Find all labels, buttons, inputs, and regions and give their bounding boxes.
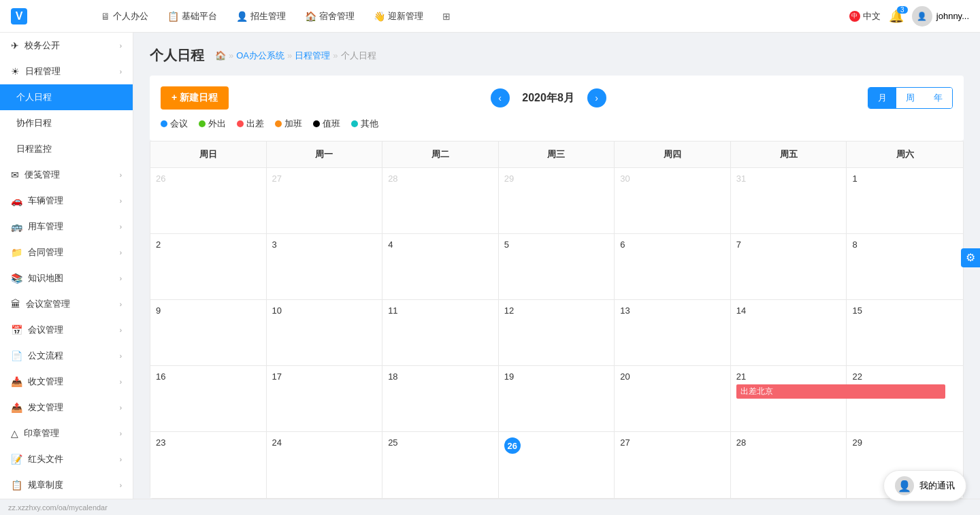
legend-label: 会议 [170, 118, 188, 130]
calendar-day-cell[interactable]: 1 [847, 168, 963, 233]
calendar-day-cell[interactable]: 26 [150, 168, 267, 233]
top-menu-item[interactable]: 🖥个人办公 [93, 6, 157, 27]
sidebar-item-协作日程[interactable]: 协作日程 [0, 110, 133, 136]
top-menu-item[interactable]: 👤招生管理 [228, 6, 294, 27]
top-menu-item[interactable]: 📋基础平台 [159, 6, 225, 27]
day-number: 29 [504, 173, 609, 184]
next-month-button[interactable]: › [587, 88, 606, 107]
calendar-day-cell[interactable]: 28 [382, 168, 499, 233]
calendar-day-cell[interactable]: 22 [847, 366, 963, 431]
legend-label: 外出 [208, 118, 226, 130]
sidebar-icon: 📋 [11, 480, 22, 491]
view-button-月[interactable]: 月 [868, 88, 896, 108]
day-number: 17 [272, 371, 377, 382]
calendar-day-cell[interactable]: 17 [267, 366, 383, 431]
calendar-day-cell[interactable]: 27 [267, 168, 383, 233]
sidebar-item-印章管理[interactable]: △ 印章管理 › [0, 420, 133, 446]
calendar-day-cell[interactable]: 12 [499, 300, 615, 365]
calendar-day-cell[interactable]: 18 [382, 366, 499, 431]
top-navigation: V 🖥个人办公📋基础平台👤招生管理🏠宿舍管理👋迎新管理⊞ 中 中文 🔔 3 👤 … [0, 0, 980, 33]
breadcrumb-home-icon[interactable]: 🏠 [215, 50, 226, 61]
calendar-day-cell[interactable]: 28 [731, 432, 847, 498]
sidebar-item-知识地图[interactable]: 📚 知识地图 › [0, 265, 133, 291]
lang-flag: 中 [849, 11, 860, 22]
calendar-day-cell[interactable]: 14 [731, 300, 847, 365]
day-number: 3 [272, 239, 377, 250]
sidebar-item-合同管理[interactable]: 📁 合同管理 › [0, 239, 133, 265]
calendar-day-cell[interactable]: 16 [150, 366, 267, 431]
sidebar-icon: 📤 [11, 402, 22, 413]
calendar-day-cell[interactable]: 2 [150, 234, 267, 299]
sidebar-item-车辆管理[interactable]: 🚗 车辆管理 › [0, 188, 133, 214]
day-number: 13 [620, 305, 725, 316]
calendar-day-cell[interactable]: 6 [615, 234, 731, 299]
chat-button[interactable]: 👤 我的通讯 [883, 470, 966, 501]
calendar-day-cell[interactable]: 24 [267, 432, 383, 498]
top-menu-item[interactable]: 👋迎新管理 [365, 6, 431, 27]
language-button[interactable]: 中 中文 [849, 10, 881, 22]
day-number: 19 [504, 371, 609, 382]
calendar-day-cell[interactable]: 26 [499, 432, 615, 498]
calendar-day-cell[interactable]: 21出差北京 [731, 366, 847, 431]
legend-dot [199, 120, 206, 127]
top-menu-item[interactable]: 🏠宿舍管理 [297, 6, 363, 27]
top-menu-item[interactable]: ⊞ [434, 7, 461, 26]
sidebar-item-left: 📤 发文管理 [11, 401, 63, 414]
calendar-day-cell[interactable]: 20 [615, 366, 731, 431]
calendar-day-cell[interactable]: 8 [847, 234, 963, 299]
calendar-day-cell[interactable]: 25 [382, 432, 499, 498]
sidebar-item-红头文件[interactable]: 📝 红头文件 › [0, 446, 133, 472]
calendar-day-cell[interactable]: 19 [499, 366, 615, 431]
calendar-day-cell[interactable]: 10 [267, 300, 383, 365]
calendar-day-cell[interactable]: 31 [731, 168, 847, 233]
menu-icon: 👤 [236, 11, 248, 22]
calendar-day-cell[interactable]: 15 [847, 300, 963, 365]
sidebar-label: 协作日程 [16, 117, 52, 129]
menu-label: 招生管理 [250, 10, 286, 22]
calendar-day-cell[interactable]: 5 [499, 234, 615, 299]
logo[interactable]: V [11, 8, 93, 24]
sidebar-item-便笺管理[interactable]: ✉ 便笺管理 › [0, 162, 133, 188]
sidebar-item-收文管理[interactable]: 📥 收文管理 › [0, 369, 133, 395]
sidebar-item-个人日程[interactable]: 个人日程 [0, 84, 133, 110]
calendar-day-cell[interactable]: 11 [382, 300, 499, 365]
sidebar-item-公文流程[interactable]: 📄 公文流程 › [0, 343, 133, 369]
sidebar-item-会议管理[interactable]: 📅 会议管理 › [0, 317, 133, 343]
calendar-day-cell[interactable]: 30 [615, 168, 731, 233]
sidebar-icon: 📅 [11, 325, 22, 335]
chat-avatar-icon: 👤 [895, 476, 914, 495]
sidebar-label: 印章管理 [24, 427, 59, 439]
weekday-header: 周六 [847, 142, 963, 167]
user-avatar[interactable]: 👤 johnny... [912, 6, 969, 27]
sidebar-item-校务公开[interactable]: ✈ 校务公开 › [0, 33, 133, 59]
avatar-image: 👤 [912, 6, 932, 27]
day-number: 23 [156, 437, 261, 448]
calendar-day-cell[interactable]: 7 [731, 234, 847, 299]
new-schedule-button[interactable]: + 新建日程 [161, 86, 229, 110]
view-button-周[interactable]: 周 [896, 88, 924, 108]
settings-fab[interactable]: ⚙ [961, 248, 980, 267]
sidebar-item-日程管理[interactable]: ☀ 日程管理 › [0, 59, 133, 84]
sidebar-item-会议室管理[interactable]: 🏛 会议室管理 › [0, 291, 133, 317]
sidebar-item-规章制度[interactable]: 📋 规章制度 › [0, 472, 133, 498]
status-bar: zz.xzzhxy.com/oa/mycalendar [0, 499, 980, 515]
calendar-day-cell[interactable]: 13 [615, 300, 731, 365]
breadcrumb-schedule[interactable]: 日程管理 [295, 50, 330, 62]
calendar-day-cell[interactable]: 4 [382, 234, 499, 299]
view-button-年[interactable]: 年 [924, 88, 952, 108]
calendar-day-cell[interactable]: 29 [499, 168, 615, 233]
day-number: 24 [272, 437, 377, 448]
sidebar-item-用车管理[interactable]: 🚌 用车管理 › [0, 214, 133, 239]
notification-button[interactable]: 🔔 3 [889, 9, 904, 24]
chevron-right-icon: › [120, 430, 122, 437]
calendar-day-cell[interactable]: 27 [615, 432, 731, 498]
calendar-day-cell[interactable]: 9 [150, 300, 267, 365]
sidebar-item-发文管理[interactable]: 📤 发文管理 › [0, 395, 133, 420]
breadcrumb-oa[interactable]: OA办公系统 [236, 50, 284, 62]
calendar-day-cell[interactable]: 3 [267, 234, 383, 299]
prev-month-button[interactable]: ‹ [491, 88, 510, 107]
sidebar-item-日程监控[interactable]: 日程监控 [0, 136, 133, 162]
view-switch: 月周年 [868, 87, 953, 109]
calendar-event[interactable]: 出差北京 [736, 384, 945, 399]
calendar-day-cell[interactable]: 23 [150, 432, 267, 498]
